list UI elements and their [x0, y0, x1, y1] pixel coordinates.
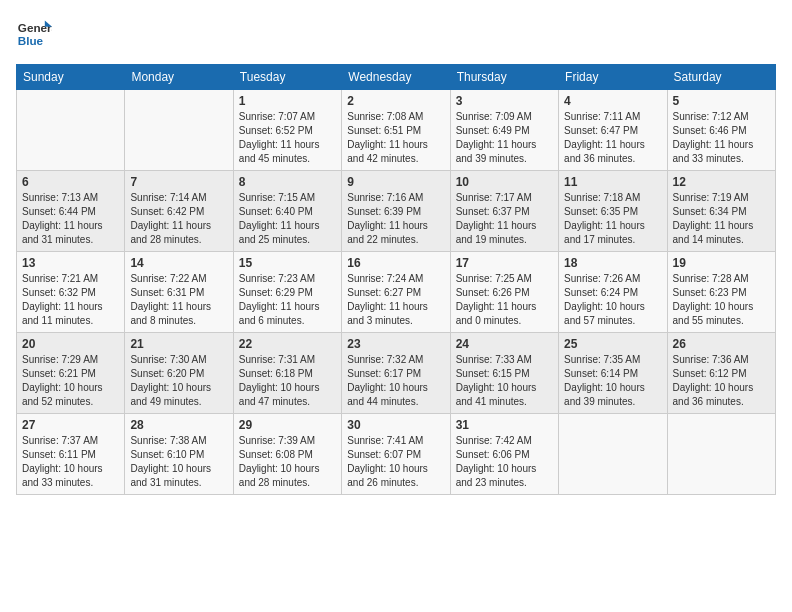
calendar-cell: 1Sunrise: 7:07 AMSunset: 6:52 PMDaylight… [233, 90, 341, 171]
calendar-cell [17, 90, 125, 171]
calendar-cell: 31Sunrise: 7:42 AMSunset: 6:06 PMDayligh… [450, 414, 558, 495]
day-number: 19 [673, 256, 770, 270]
col-header-friday: Friday [559, 65, 667, 90]
day-info: Sunrise: 7:07 AMSunset: 6:52 PMDaylight:… [239, 110, 336, 166]
calendar-cell [125, 90, 233, 171]
calendar-cell: 16Sunrise: 7:24 AMSunset: 6:27 PMDayligh… [342, 252, 450, 333]
calendar-cell: 6Sunrise: 7:13 AMSunset: 6:44 PMDaylight… [17, 171, 125, 252]
day-number: 24 [456, 337, 553, 351]
calendar-cell: 20Sunrise: 7:29 AMSunset: 6:21 PMDayligh… [17, 333, 125, 414]
calendar-cell [667, 414, 775, 495]
calendar-cell: 19Sunrise: 7:28 AMSunset: 6:23 PMDayligh… [667, 252, 775, 333]
calendar-cell: 10Sunrise: 7:17 AMSunset: 6:37 PMDayligh… [450, 171, 558, 252]
calendar-cell [559, 414, 667, 495]
col-header-saturday: Saturday [667, 65, 775, 90]
day-info: Sunrise: 7:17 AMSunset: 6:37 PMDaylight:… [456, 191, 553, 247]
day-info: Sunrise: 7:19 AMSunset: 6:34 PMDaylight:… [673, 191, 770, 247]
day-number: 10 [456, 175, 553, 189]
day-number: 28 [130, 418, 227, 432]
calendar-cell: 18Sunrise: 7:26 AMSunset: 6:24 PMDayligh… [559, 252, 667, 333]
day-number: 4 [564, 94, 661, 108]
day-info: Sunrise: 7:21 AMSunset: 6:32 PMDaylight:… [22, 272, 119, 328]
calendar-cell: 8Sunrise: 7:15 AMSunset: 6:40 PMDaylight… [233, 171, 341, 252]
day-info: Sunrise: 7:41 AMSunset: 6:07 PMDaylight:… [347, 434, 444, 490]
day-number: 7 [130, 175, 227, 189]
day-info: Sunrise: 7:12 AMSunset: 6:46 PMDaylight:… [673, 110, 770, 166]
day-info: Sunrise: 7:32 AMSunset: 6:17 PMDaylight:… [347, 353, 444, 409]
day-info: Sunrise: 7:08 AMSunset: 6:51 PMDaylight:… [347, 110, 444, 166]
day-number: 29 [239, 418, 336, 432]
calendar-cell: 11Sunrise: 7:18 AMSunset: 6:35 PMDayligh… [559, 171, 667, 252]
calendar-cell: 13Sunrise: 7:21 AMSunset: 6:32 PMDayligh… [17, 252, 125, 333]
day-number: 21 [130, 337, 227, 351]
day-number: 25 [564, 337, 661, 351]
day-info: Sunrise: 7:28 AMSunset: 6:23 PMDaylight:… [673, 272, 770, 328]
calendar-cell: 15Sunrise: 7:23 AMSunset: 6:29 PMDayligh… [233, 252, 341, 333]
day-number: 3 [456, 94, 553, 108]
calendar-week-row: 20Sunrise: 7:29 AMSunset: 6:21 PMDayligh… [17, 333, 776, 414]
calendar-cell: 4Sunrise: 7:11 AMSunset: 6:47 PMDaylight… [559, 90, 667, 171]
day-number: 11 [564, 175, 661, 189]
calendar-cell: 23Sunrise: 7:32 AMSunset: 6:17 PMDayligh… [342, 333, 450, 414]
calendar-cell: 17Sunrise: 7:25 AMSunset: 6:26 PMDayligh… [450, 252, 558, 333]
day-number: 16 [347, 256, 444, 270]
svg-text:Blue: Blue [18, 34, 44, 47]
day-info: Sunrise: 7:42 AMSunset: 6:06 PMDaylight:… [456, 434, 553, 490]
day-number: 23 [347, 337, 444, 351]
calendar-cell: 7Sunrise: 7:14 AMSunset: 6:42 PMDaylight… [125, 171, 233, 252]
day-info: Sunrise: 7:38 AMSunset: 6:10 PMDaylight:… [130, 434, 227, 490]
calendar-cell: 24Sunrise: 7:33 AMSunset: 6:15 PMDayligh… [450, 333, 558, 414]
day-info: Sunrise: 7:14 AMSunset: 6:42 PMDaylight:… [130, 191, 227, 247]
col-header-wednesday: Wednesday [342, 65, 450, 90]
day-number: 13 [22, 256, 119, 270]
col-header-sunday: Sunday [17, 65, 125, 90]
day-number: 27 [22, 418, 119, 432]
col-header-thursday: Thursday [450, 65, 558, 90]
day-info: Sunrise: 7:26 AMSunset: 6:24 PMDaylight:… [564, 272, 661, 328]
day-number: 9 [347, 175, 444, 189]
calendar-cell: 29Sunrise: 7:39 AMSunset: 6:08 PMDayligh… [233, 414, 341, 495]
day-number: 2 [347, 94, 444, 108]
calendar-week-row: 6Sunrise: 7:13 AMSunset: 6:44 PMDaylight… [17, 171, 776, 252]
day-info: Sunrise: 7:39 AMSunset: 6:08 PMDaylight:… [239, 434, 336, 490]
day-info: Sunrise: 7:22 AMSunset: 6:31 PMDaylight:… [130, 272, 227, 328]
calendar-cell: 26Sunrise: 7:36 AMSunset: 6:12 PMDayligh… [667, 333, 775, 414]
day-info: Sunrise: 7:11 AMSunset: 6:47 PMDaylight:… [564, 110, 661, 166]
day-number: 22 [239, 337, 336, 351]
calendar-cell: 9Sunrise: 7:16 AMSunset: 6:39 PMDaylight… [342, 171, 450, 252]
day-info: Sunrise: 7:37 AMSunset: 6:11 PMDaylight:… [22, 434, 119, 490]
calendar-cell: 5Sunrise: 7:12 AMSunset: 6:46 PMDaylight… [667, 90, 775, 171]
day-number: 30 [347, 418, 444, 432]
logo-icon: General Blue [16, 16, 52, 52]
day-info: Sunrise: 7:33 AMSunset: 6:15 PMDaylight:… [456, 353, 553, 409]
day-number: 20 [22, 337, 119, 351]
calendar-cell: 25Sunrise: 7:35 AMSunset: 6:14 PMDayligh… [559, 333, 667, 414]
calendar-week-row: 27Sunrise: 7:37 AMSunset: 6:11 PMDayligh… [17, 414, 776, 495]
day-info: Sunrise: 7:29 AMSunset: 6:21 PMDaylight:… [22, 353, 119, 409]
day-number: 12 [673, 175, 770, 189]
day-number: 18 [564, 256, 661, 270]
calendar-cell: 22Sunrise: 7:31 AMSunset: 6:18 PMDayligh… [233, 333, 341, 414]
calendar-cell: 14Sunrise: 7:22 AMSunset: 6:31 PMDayligh… [125, 252, 233, 333]
day-info: Sunrise: 7:24 AMSunset: 6:27 PMDaylight:… [347, 272, 444, 328]
logo: General Blue [16, 16, 52, 52]
day-info: Sunrise: 7:13 AMSunset: 6:44 PMDaylight:… [22, 191, 119, 247]
calendar-week-row: 1Sunrise: 7:07 AMSunset: 6:52 PMDaylight… [17, 90, 776, 171]
day-number: 17 [456, 256, 553, 270]
calendar-cell: 3Sunrise: 7:09 AMSunset: 6:49 PMDaylight… [450, 90, 558, 171]
day-number: 15 [239, 256, 336, 270]
calendar-cell: 21Sunrise: 7:30 AMSunset: 6:20 PMDayligh… [125, 333, 233, 414]
calendar-cell: 12Sunrise: 7:19 AMSunset: 6:34 PMDayligh… [667, 171, 775, 252]
day-number: 1 [239, 94, 336, 108]
calendar-cell: 2Sunrise: 7:08 AMSunset: 6:51 PMDaylight… [342, 90, 450, 171]
col-header-tuesday: Tuesday [233, 65, 341, 90]
day-info: Sunrise: 7:25 AMSunset: 6:26 PMDaylight:… [456, 272, 553, 328]
calendar-table: SundayMondayTuesdayWednesdayThursdayFrid… [16, 64, 776, 495]
day-number: 6 [22, 175, 119, 189]
day-info: Sunrise: 7:30 AMSunset: 6:20 PMDaylight:… [130, 353, 227, 409]
day-info: Sunrise: 7:35 AMSunset: 6:14 PMDaylight:… [564, 353, 661, 409]
calendar-cell: 30Sunrise: 7:41 AMSunset: 6:07 PMDayligh… [342, 414, 450, 495]
day-info: Sunrise: 7:15 AMSunset: 6:40 PMDaylight:… [239, 191, 336, 247]
day-number: 14 [130, 256, 227, 270]
col-header-monday: Monday [125, 65, 233, 90]
